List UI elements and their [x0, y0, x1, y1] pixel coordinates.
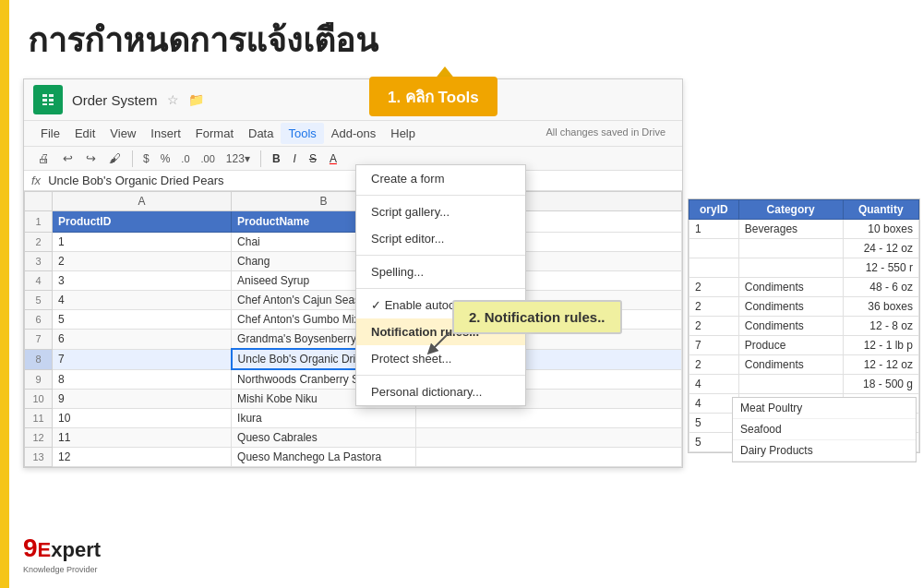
table-row: 13 12 Queso Manchego La Pastora [25, 448, 682, 467]
menu-script-gallery[interactable]: Script gallery... [356, 198, 525, 225]
left-accent-bar [0, 0, 9, 588]
logo-area: 9 Expert Knowledge Provider [23, 534, 101, 574]
italic-btn[interactable]: I [289, 150, 301, 167]
table-row: 11 10 Ikura [25, 409, 682, 428]
callout-box-1: 1. คลิก Tools [369, 77, 497, 116]
svg-rect-3 [42, 99, 47, 102]
category-item-seafood: Seafood [733, 419, 916, 440]
callout-arrow-2 [422, 328, 454, 355]
formula-bar: fx Uncle Bob's Organic Dried Pears [24, 171, 682, 191]
menu-script-editor[interactable]: Script editor... [356, 225, 525, 252]
menu-sep-1 [356, 195, 525, 196]
print-btn[interactable]: 🖨 [33, 150, 54, 167]
right-header-category: Category [738, 200, 843, 220]
logo-9: 9 [23, 534, 38, 563]
decimal-less-btn[interactable]: .0 [177, 151, 193, 166]
fx-label: fx [31, 174, 41, 187]
category-item-dairy: Dairy Products [733, 440, 916, 462]
svg-rect-4 [49, 99, 54, 102]
table-row: 12 11 Queso Cabrales [25, 428, 682, 448]
menu-view[interactable]: View [102, 123, 143, 144]
table-row-selected: 8 7 Uncle Bob's Organic Dried Pe... [25, 349, 682, 369]
dollar-btn[interactable]: $ [139, 150, 153, 167]
callout-box-2: 2. Notification rules.. [452, 300, 622, 334]
separator-2 [260, 150, 261, 167]
category-item-meat-poultry: Meat Poultry [733, 398, 916, 419]
autosave-status: All changes saved in Drive [538, 123, 673, 144]
menu-bar: File Edit View Insert Format Data Tools … [24, 121, 682, 147]
table-row: 2 1 Chai [25, 233, 682, 252]
font-color-btn[interactable]: A [325, 150, 342, 167]
menu-personal-dictionary[interactable]: Personal dictionary... [356, 378, 525, 405]
col-product-id: ProductID [53, 211, 232, 233]
table-row: 2 Condiments 36 boxes [689, 297, 919, 317]
table-row: 1 Beverages 10 boxes [689, 220, 919, 239]
star-icon[interactable]: ☆ [167, 92, 179, 107]
table-row: 4 18 - 500 g [689, 375, 919, 394]
right-header-quantity: Quantity [843, 200, 918, 220]
menu-data[interactable]: Data [241, 123, 281, 144]
menu-edit[interactable]: Edit [67, 123, 102, 144]
svg-rect-5 [42, 103, 47, 105]
decimal-more-btn[interactable]: .00 [198, 151, 219, 166]
percent-btn[interactable]: % [157, 150, 174, 167]
svg-rect-2 [49, 94, 54, 97]
paint-format-btn[interactable]: 🖌 [104, 150, 126, 167]
menu-spelling[interactable]: Spelling... [356, 258, 525, 285]
logo-wrapper: 9 Expert Knowledge Provider [23, 534, 101, 574]
spreadsheet-area: Order System ☆ 📁 File Edit View Insert F… [23, 78, 683, 468]
separator-1 [132, 150, 133, 167]
tools-dropdown-menu: Create a form Script gallery... Script e… [355, 164, 526, 406]
menu-tools[interactable]: Tools [281, 123, 323, 144]
col-header-a[interactable]: A [53, 192, 232, 211]
table-row: 12 - 550 r [689, 258, 919, 278]
menu-format[interactable]: Format [188, 123, 241, 144]
table-row: 9 8 Northwoods Cranberry Sauce [25, 369, 682, 390]
table-row: 2 Condiments 48 - 6 oz [689, 278, 919, 297]
table-row: 10 9 Mishi Kobe Niku [25, 390, 682, 409]
sheets-icon [33, 85, 63, 114]
menu-create-form[interactable]: Create a form [356, 165, 525, 192]
table-row: 2 Condiments 12 - 12 oz [689, 355, 919, 375]
table-row: 7 Produce 12 - 1 lb p [689, 336, 919, 355]
spreadsheet-title: Order System [72, 92, 158, 108]
logo-row: 9 Expert [23, 534, 101, 563]
folder-icon[interactable]: 📁 [188, 92, 204, 107]
bold-btn[interactable]: B [268, 150, 285, 167]
strikethrough-btn[interactable]: S [305, 150, 321, 167]
menu-sep-4 [356, 375, 525, 376]
menu-sep-2 [356, 255, 525, 256]
spreadsheet-topbar: Order System ☆ 📁 [24, 79, 682, 121]
header-row: 1 ProductID ProductName [25, 211, 682, 233]
formula-value: Uncle Bob's Organic Dried Pears [48, 174, 223, 187]
table-row: 24 - 12 oz [689, 239, 919, 258]
menu-file[interactable]: File [33, 123, 67, 144]
menu-sep-3 [356, 288, 525, 289]
col-header-empty [25, 192, 53, 211]
right-header-id: oryID [689, 200, 739, 220]
svg-rect-1 [42, 94, 47, 97]
main-content: การกำหนดการแจ้งเตือน 1. คลิก Tools Order… [9, 0, 923, 588]
redo-btn[interactable]: ↪ [81, 150, 101, 167]
row-num-1: 1 [25, 211, 53, 233]
menu-help[interactable]: Help [383, 123, 423, 144]
table-row: 3 2 Chang [25, 252, 682, 271]
menu-addons[interactable]: Add-ons [324, 123, 383, 144]
logo-subtitle: Knowledge Provider [23, 565, 101, 574]
logo-expert-text: Expert [38, 538, 101, 562]
table-row: 4 3 Aniseed Syrup [25, 271, 682, 291]
toolbar: 🖨 ↩ ↪ 🖌 $ % .0 .00 123▾ B I S A [24, 147, 682, 171]
svg-rect-6 [49, 103, 54, 105]
table-row: 2 Condiments 12 - 8 oz [689, 317, 919, 336]
undo-btn[interactable]: ↩ [58, 150, 78, 167]
page-title: การกำหนดการแจ้งเตือน [9, 0, 923, 76]
category-sidebar: Meat Poultry Seafood Dairy Products [732, 397, 917, 462]
format-btn[interactable]: 123▾ [222, 150, 254, 167]
menu-insert[interactable]: Insert [143, 123, 188, 144]
